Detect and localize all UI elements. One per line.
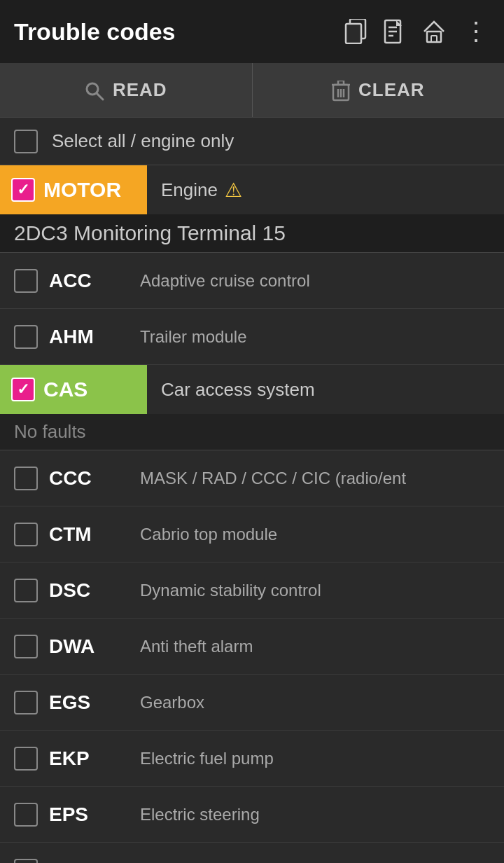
module-list: CCC MASK / RAD / CCC / CIC (radio/ent CT… [0,450,504,863]
list-item[interactable]: EKP Electric fuel pump [0,731,504,787]
list-item[interactable]: AHM Trailer module [0,309,504,365]
select-all-checkbox[interactable] [14,130,38,153]
ahm-checkbox[interactable] [14,325,38,349]
motor-desc-text: Engine [161,179,218,201]
dwa-checkbox[interactable] [14,635,38,658]
list-item[interactable]: DWA Anti theft alarm [0,619,504,675]
ekp-desc: Electric fuel pump [140,749,490,768]
more-icon[interactable]: ⋮ [463,19,490,44]
motor-tag[interactable]: MOTOR [0,165,147,214]
cas-desc-text: Car access system [161,379,315,401]
motor-description: Engine ⚠ [147,179,242,202]
motor-label: MOTOR [43,178,121,202]
list-item[interactable]: ACC Adaptive cruise control [0,253,504,309]
dsc-desc: Dynamic stability control [140,581,490,600]
dsc-code: DSC [49,579,140,602]
list-item[interactable]: CCC MASK / RAD / CCC / CIC (radio/ent [0,450,504,506]
cas-status: No faults [0,414,504,450]
ahm-desc: Trailer module [140,327,490,347]
cas-checkbox[interactable] [11,378,35,401]
header-icons: ⋮ [344,19,490,44]
fla-desc: High beam light assistant [140,861,490,864]
ccc-checkbox[interactable] [14,467,38,490]
egs-checkbox[interactable] [14,691,38,714]
svg-line-9 [97,93,103,99]
list-item[interactable]: FLA High beam light assistant [0,843,504,863]
dwa-desc: Anti theft alarm [140,637,490,656]
list-item[interactable]: DSC Dynamic stability control [0,562,504,619]
list-item[interactable]: CTM Cabrio top module [0,506,504,562]
eps-checkbox[interactable] [14,803,38,827]
list-item[interactable]: EGS Gearbox [0,675,504,731]
ahm-code: AHM [49,326,140,348]
fla-code: FLA [49,859,140,864]
acc-code: ACC [49,270,140,292]
eps-desc: Electric steering [140,805,490,824]
ctm-checkbox[interactable] [14,523,38,546]
fla-checkbox[interactable] [14,859,38,864]
subheader: 2DC3 Monitoring Terminal 15 [0,214,504,253]
toolbar: READ CLEAR [0,63,504,118]
egs-desc: Gearbox [140,693,490,712]
delete-icon [332,78,350,101]
acc-desc: Adaptive cruise control [140,271,490,291]
header: Trouble codes [0,0,504,63]
select-all-row[interactable]: Select all / engine only [0,118,504,165]
home-icon[interactable] [421,19,447,44]
copy-icon[interactable] [344,19,367,44]
svg-rect-7 [431,36,437,42]
ccc-code: CCC [49,467,140,490]
clear-label: CLEAR [358,79,425,101]
ctm-code: CTM [49,523,140,546]
page-title: Trouble codes [14,18,330,46]
svg-rect-1 [346,24,361,43]
read-label: READ [113,79,167,101]
svg-rect-6 [427,32,441,42]
cas-tag[interactable]: CAS [0,365,147,414]
cas-description: Car access system [147,379,315,401]
list-item[interactable]: EPS Electric steering [0,787,504,843]
read-button[interactable]: READ [0,63,253,117]
clear-button[interactable]: CLEAR [253,63,505,117]
motor-checkbox[interactable] [11,178,35,202]
cas-module-header: CAS Car access system [0,365,504,414]
cas-status-text: No faults [14,421,86,442]
cas-label: CAS [43,378,88,401]
select-all-label: Select all / engine only [52,130,234,152]
eps-code: EPS [49,803,140,826]
ccc-desc: MASK / RAD / CCC / CIC (radio/ent [140,469,490,488]
acc-checkbox[interactable] [14,269,38,293]
warning-icon: ⚠ [225,179,242,202]
subheader-text: 2DC3 Monitoring Terminal 15 [14,221,286,244]
dsc-checkbox[interactable] [14,579,38,602]
document-icon[interactable] [384,19,405,44]
motor-module-header: MOTOR Engine ⚠ [0,165,504,214]
ekp-checkbox[interactable] [14,747,38,771]
ekp-code: EKP [49,747,140,770]
dwa-code: DWA [49,635,140,658]
egs-code: EGS [49,691,140,714]
search-icon [85,79,104,101]
ctm-desc: Cabrio top module [140,525,490,544]
